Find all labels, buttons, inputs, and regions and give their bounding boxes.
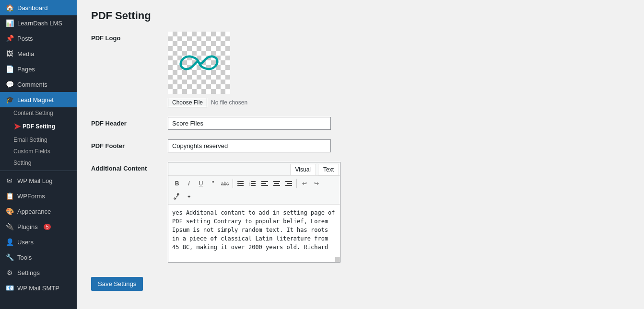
svg-rect-19 (287, 183, 292, 184)
pdf-footer-input[interactable] (168, 139, 331, 152)
svg-rect-20 (285, 185, 292, 186)
pdf-header-row: PDF Header (91, 117, 630, 130)
tab-visual[interactable]: Visual (290, 164, 316, 175)
save-settings-button[interactable]: Save Settings (91, 277, 143, 291)
main-content: PDF Setting PDF Logo Choose File No file… (77, 0, 644, 309)
additional-content-label: Additional Content (91, 162, 168, 172)
pdf-logo-label: PDF Logo (91, 32, 168, 42)
sidebar-item-users[interactable]: 👤 Users (0, 234, 77, 250)
pdf-logo-control: Choose File No file chosen (168, 32, 630, 107)
sidebar-item-label: Users (17, 239, 34, 246)
additional-content-row: Additional Content Visual Text B I U " a… (91, 162, 630, 263)
editor-wrapper: Visual Text B I U " abc 123 (168, 162, 340, 263)
sidebar-item-label: Appearance (17, 208, 51, 215)
submenu-content-setting[interactable]: Content Setting (0, 107, 77, 119)
sidebar-item-appearance[interactable]: 🎨 Appearance (0, 204, 77, 219)
toolbar-undo[interactable]: ↩ (299, 178, 310, 189)
pdf-header-label: PDF Header (91, 117, 168, 127)
toolbar-ol[interactable]: 123 (247, 178, 258, 189)
sidebar-item-wp-mail-smtp[interactable]: 📧 WP Mail SMTP (0, 280, 77, 296)
sidebar-item-pages[interactable]: 📄 Pages (0, 61, 77, 77)
file-input-row: Choose File No file chosen (168, 98, 630, 107)
sidebar-item-label: Tools (17, 254, 32, 261)
sidebar-item-label: WPForms (17, 193, 45, 200)
sidebar: 🏠 Dashboard 📊 LearnDash LMS 📌 Posts 🖼 Me… (0, 0, 77, 309)
toolbar-blockquote[interactable]: " (207, 178, 219, 189)
svg-rect-12 (261, 181, 268, 182)
editor-textarea[interactable]: yes Additonal contant to add in setting … (168, 205, 340, 262)
sidebar-item-plugins[interactable]: 🔌 Plugins 5 (0, 219, 77, 234)
sidebar-item-wp-mail-log[interactable]: ✉ WP Mail Log (0, 173, 77, 188)
toolbar-bold[interactable]: B (171, 178, 183, 189)
pdf-footer-row: PDF Footer (91, 139, 630, 152)
sidebar-item-comments[interactable]: 💬 Comments (0, 77, 77, 92)
toolbar-more[interactable]: ✦ (183, 191, 195, 202)
toolbar-sep-2 (296, 179, 297, 188)
submenu-email-setting[interactable]: Email Setting (0, 134, 77, 146)
submenu-setting[interactable]: Setting (0, 157, 77, 169)
sidebar-item-tools[interactable]: 🔧 Tools (0, 250, 77, 265)
infinity-logo-svg (177, 48, 221, 77)
toolbar-align-right[interactable] (283, 178, 294, 189)
submenu-label: Email Setting (13, 137, 47, 143)
sidebar-item-label: Posts (17, 35, 33, 42)
settings-icon: ⚙ (6, 269, 13, 276)
svg-rect-15 (273, 181, 280, 182)
editor-toolbar: B I U " abc 123 (168, 176, 340, 205)
divider (0, 171, 77, 171)
plugins-badge: 5 (44, 224, 51, 230)
svg-rect-14 (261, 185, 268, 186)
submenu-label: PDF Setting (23, 123, 55, 130)
sidebar-item-label: Dashboard (17, 4, 48, 11)
tab-text[interactable]: Text (318, 164, 339, 175)
comments-icon: 💬 (6, 80, 13, 88)
no-file-text: No file chosen (211, 99, 247, 106)
toolbar-underline[interactable]: U (195, 178, 207, 189)
toolbar-align-center[interactable] (271, 178, 282, 189)
dashboard-icon: 🏠 (6, 4, 13, 11)
submenu-label: Content Setting (13, 110, 53, 116)
submenu-pdf-setting[interactable]: ➤ PDF Setting (0, 119, 77, 134)
svg-point-3 (237, 181, 239, 183)
submenu-label: Custom Fields (13, 148, 50, 155)
toolbar-strikethrough[interactable]: abc (219, 178, 231, 189)
wpforms-icon: 📋 (6, 192, 13, 200)
appearance-icon: 🎨 (6, 207, 13, 215)
svg-rect-7 (251, 183, 256, 184)
submenu-custom-fields[interactable]: Custom Fields (0, 146, 77, 157)
toolbar-redo[interactable]: ↪ (311, 178, 322, 189)
toolbar-sep-1 (233, 179, 233, 188)
sidebar-item-label: Plugins (17, 223, 38, 230)
toolbar-ul[interactable] (235, 178, 246, 189)
logo-preview (168, 32, 230, 94)
choose-file-button[interactable]: Choose File (168, 98, 207, 107)
additional-content-control: Visual Text B I U " abc 123 (168, 162, 630, 263)
svg-rect-2 (239, 185, 244, 186)
svg-rect-8 (251, 185, 256, 186)
sidebar-item-posts[interactable]: 📌 Posts (0, 31, 77, 46)
toolbar-italic[interactable]: I (183, 178, 195, 189)
pdf-logo-row: PDF Logo Choose File No file chosen (91, 32, 630, 107)
toolbar-align-left[interactable] (259, 178, 270, 189)
sidebar-item-media[interactable]: 🖼 Media (0, 46, 77, 61)
tools-icon: 🔧 (6, 253, 13, 261)
svg-point-4 (237, 183, 239, 184)
posts-icon: 📌 (6, 34, 13, 42)
toolbar-link[interactable] (171, 191, 183, 202)
sidebar-item-learndash[interactable]: 📊 LearnDash LMS (0, 15, 77, 31)
sidebar-item-dashboard[interactable]: 🏠 Dashboard (0, 0, 77, 15)
learndash-icon: 📊 (6, 19, 13, 27)
pdf-header-input[interactable] (168, 117, 331, 130)
sidebar-item-label: Pages (17, 66, 35, 73)
sidebar-item-settings[interactable]: ⚙ Settings (0, 265, 77, 280)
svg-rect-17 (273, 185, 280, 186)
svg-rect-16 (274, 183, 279, 184)
editor-content-area: yes Additonal contant to add in setting … (168, 205, 340, 262)
sidebar-item-label: Media (17, 50, 34, 57)
pages-icon: 📄 (6, 65, 13, 73)
sidebar-item-label: Comments (17, 81, 47, 88)
sidebar-item-lead-magnet[interactable]: 🎓 Lead Magnet (0, 92, 77, 107)
sidebar-item-label: WP Mail SMTP (17, 285, 59, 292)
editor-resize-handle[interactable] (335, 257, 340, 262)
sidebar-item-wpforms[interactable]: 📋 WPForms (0, 188, 77, 204)
